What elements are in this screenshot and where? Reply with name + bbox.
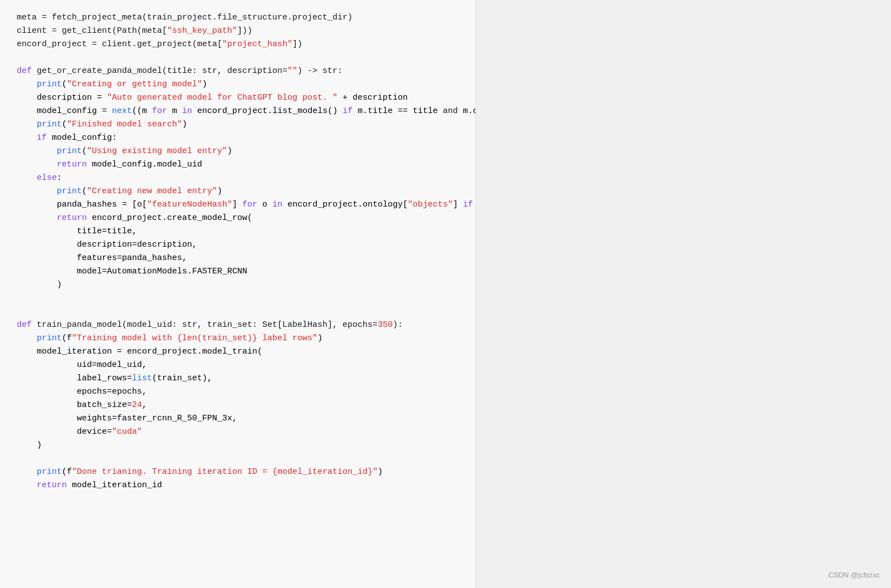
code-line-23 xyxy=(17,305,459,318)
right-panel xyxy=(476,0,891,588)
code-line-19: features=panda_hashes, xyxy=(17,252,459,265)
code-line-30: batch_size=24, xyxy=(17,399,459,412)
code-line-31: weights=faster_rcnn_R_50_FPN_3x, xyxy=(17,412,459,425)
code-line-28: label_rows=list(train_set), xyxy=(17,372,459,385)
code-line-6: print("Creating or getting model") xyxy=(17,78,459,91)
code-line-33: ) xyxy=(17,439,459,452)
watermark: CSDN @jcfszxc xyxy=(828,570,880,581)
code-line-11: print("Using existing model entry") xyxy=(17,145,459,158)
code-line-3: encord_project = client.get_project(meta… xyxy=(17,38,459,51)
code-line-25: print(f"Training model with {len(train_s… xyxy=(17,332,459,345)
code-line-10: if model_config: xyxy=(17,131,459,145)
page-wrapper: meta = fetch_project_meta(train_project.… xyxy=(0,0,891,588)
code-container: meta = fetch_project_meta(train_project.… xyxy=(0,0,476,588)
code-line-8: model_config = next((m for m in encord_p… xyxy=(17,105,459,118)
code-line-18: description=description, xyxy=(17,238,459,252)
code-line-34 xyxy=(17,452,459,465)
code-line-5: def get_or_create_panda_model(title: str… xyxy=(17,65,459,78)
code-line-4 xyxy=(17,51,459,65)
code-line-13: else: xyxy=(17,171,459,185)
code-line-2: client = get_client(Path(meta["ssh_key_p… xyxy=(17,24,459,38)
code-line-36: return model_iteration_id xyxy=(17,479,459,492)
code-line-29: epochs=epochs, xyxy=(17,385,459,399)
code-line-12: return model_config.model_uid xyxy=(17,158,459,171)
code-line-27: uid=model_uid, xyxy=(17,359,459,372)
code-line-7: description = "Auto generated model for … xyxy=(17,91,459,105)
code-line-9: print("Finished model search") xyxy=(17,118,459,131)
code-line-35: print(f"Done trianing. Training iteratio… xyxy=(17,465,459,479)
code-line-1: meta = fetch_project_meta(train_project.… xyxy=(17,11,459,24)
code-line-17: title=title, xyxy=(17,225,459,238)
code-line-24: def train_panda_model(model_uid: str, tr… xyxy=(17,318,459,332)
code-line-26: model_iteration = encord_project.model_t… xyxy=(17,345,459,359)
code-line-22 xyxy=(17,292,459,305)
code-line-14: print("Creating new model entry") xyxy=(17,185,459,198)
code-line-15: panda_hashes = [o["featureNodeHash"] for… xyxy=(17,198,459,212)
code-line-20: model=AutomationModels.FASTER_RCNN xyxy=(17,265,459,278)
code-line-32: device="cuda" xyxy=(17,425,459,439)
code-line-21: ) xyxy=(17,278,459,292)
code-line-16: return encord_project.create_model_row( xyxy=(17,212,459,225)
